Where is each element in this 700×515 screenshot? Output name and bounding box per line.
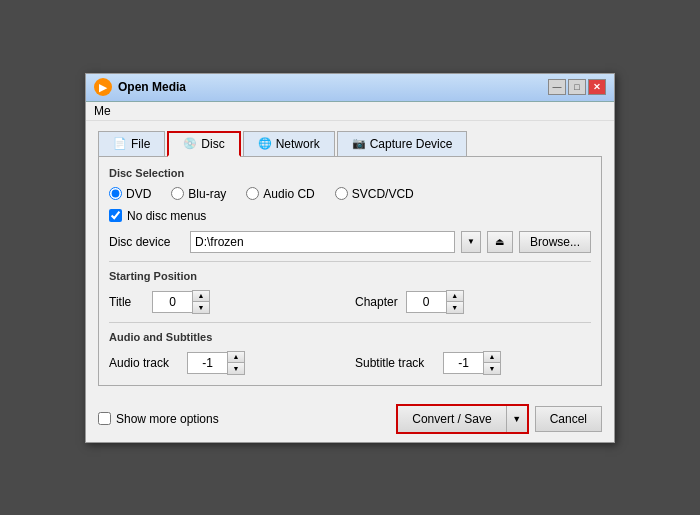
device-label: Disc device (109, 235, 184, 249)
title-spin-up[interactable]: ▲ (193, 291, 209, 302)
bottom-buttons: Convert / Save ▼ Cancel (396, 404, 602, 434)
tab-file[interactable]: 📄 File (98, 131, 165, 156)
audio-track-input[interactable] (187, 352, 227, 374)
tab-capture[interactable]: 📷 Capture Device (337, 131, 468, 156)
subtitle-track-spinner-buttons: ▲ ▼ (483, 351, 501, 375)
subtitle-track-item: Subtitle track ▲ ▼ (355, 351, 591, 375)
audio-track-label: Audio track (109, 356, 179, 370)
dialog-content: 📄 File 💿 Disc 🌐 Network 📷 Capture Device (86, 121, 614, 396)
disc-type-radio-group: DVD Blu-ray Audio CD SVCD/VCD (109, 187, 591, 201)
maximize-button[interactable]: □ (568, 79, 586, 95)
chapter-spinner: ▲ ▼ (406, 290, 464, 314)
convert-save-button[interactable]: Convert / Save (398, 406, 506, 432)
svcd-label: SVCD/VCD (352, 187, 414, 201)
subtitle-track-input[interactable] (443, 352, 483, 374)
title-spinner: ▲ ▼ (152, 290, 210, 314)
audio-spin-up[interactable]: ▲ (228, 352, 244, 363)
starting-position-header: Starting Position (109, 270, 591, 282)
subtitle-spin-down[interactable]: ▼ (484, 363, 500, 374)
svcd-radio[interactable] (335, 187, 348, 200)
title-position-item: Title ▲ ▼ (109, 290, 345, 314)
tab-network-label: Network (276, 137, 320, 151)
dialog-bottom: Show more options Convert / Save ▼ Cance… (86, 396, 614, 442)
device-dropdown-button[interactable]: ▼ (461, 231, 481, 253)
audiocd-radio[interactable] (246, 187, 259, 200)
tab-disc[interactable]: 💿 Disc (167, 131, 240, 157)
tab-network[interactable]: 🌐 Network (243, 131, 335, 156)
title-spinner-buttons: ▲ ▼ (192, 290, 210, 314)
audio-row: Audio track ▲ ▼ Subtitle track (109, 351, 591, 375)
title-spinner-input[interactable] (152, 291, 192, 313)
eject-button[interactable]: ⏏ (487, 231, 513, 253)
chapter-position-item: Chapter ▲ ▼ (355, 290, 591, 314)
audio-spin-down[interactable]: ▼ (228, 363, 244, 374)
dialog-title: Open Media (118, 80, 186, 94)
tab-capture-label: Capture Device (370, 137, 453, 151)
title-spin-down[interactable]: ▼ (193, 302, 209, 313)
bluray-label: Blu-ray (188, 187, 226, 201)
position-row: Title ▲ ▼ Chapter (109, 290, 591, 314)
capture-icon: 📷 (352, 137, 366, 150)
network-icon: 🌐 (258, 137, 272, 150)
show-more-options-checkbox[interactable] (98, 412, 111, 425)
minimize-button[interactable]: — (548, 79, 566, 95)
chapter-spin-up[interactable]: ▲ (447, 291, 463, 302)
tab-file-label: File (131, 137, 150, 151)
browse-button[interactable]: Browse... (519, 231, 591, 253)
file-icon: 📄 (113, 137, 127, 150)
audio-subtitles-header: Audio and Subtitles (109, 331, 591, 343)
audiocd-radio-item[interactable]: Audio CD (246, 187, 314, 201)
show-more-options-label: Show more options (116, 412, 219, 426)
chapter-spinner-buttons: ▲ ▼ (446, 290, 464, 314)
chapter-label: Chapter (355, 295, 398, 309)
tab-bar: 📄 File 💿 Disc 🌐 Network 📷 Capture Device (98, 131, 602, 156)
titlebar-buttons: — □ ✕ (548, 79, 606, 95)
no-disc-menus-checkbox-item[interactable]: No disc menus (109, 209, 591, 223)
device-input[interactable] (190, 231, 455, 253)
subtitle-track-label: Subtitle track (355, 356, 435, 370)
bluray-radio[interactable] (171, 187, 184, 200)
disc-icon: 💿 (183, 137, 197, 150)
dvd-radio-item[interactable]: DVD (109, 187, 151, 201)
audio-track-spinner: ▲ ▼ (187, 351, 245, 375)
dvd-label: DVD (126, 187, 151, 201)
chapter-spinner-input[interactable] (406, 291, 446, 313)
tab-disc-label: Disc (201, 137, 224, 151)
dvd-radio[interactable] (109, 187, 122, 200)
divider-1 (109, 261, 591, 262)
open-media-dialog: ▶ Open Media — □ ✕ Me 📄 File (85, 73, 615, 443)
convert-save-arrow-button[interactable]: ▼ (507, 406, 527, 432)
close-button[interactable]: ✕ (588, 79, 606, 95)
cancel-button[interactable]: Cancel (535, 406, 602, 432)
bluray-radio-item[interactable]: Blu-ray (171, 187, 226, 201)
vlc-logo: ▶ (94, 78, 112, 96)
no-disc-menus-label: No disc menus (127, 209, 206, 223)
title-label: Title (109, 295, 144, 309)
audiocd-label: Audio CD (263, 187, 314, 201)
divider-2 (109, 322, 591, 323)
convert-save-group: Convert / Save ▼ (396, 404, 528, 434)
disc-device-row: Disc device ▼ ⏏ Browse... (109, 231, 591, 253)
disc-selection-header: Disc Selection (109, 167, 591, 179)
subtitle-track-spinner: ▲ ▼ (443, 351, 501, 375)
title-bar: ▶ Open Media — □ ✕ (86, 74, 614, 102)
svcd-radio-item[interactable]: SVCD/VCD (335, 187, 414, 201)
disc-tab-panel: Disc Selection DVD Blu-ray Audio CD (98, 156, 602, 386)
titlebar-left: ▶ Open Media (94, 78, 186, 96)
vlc-background: ▶ Open Media — □ ✕ Me 📄 File (0, 0, 700, 515)
audio-track-spinner-buttons: ▲ ▼ (227, 351, 245, 375)
show-more-options-item[interactable]: Show more options (98, 412, 219, 426)
menu-bar: Me (86, 102, 614, 121)
chapter-spin-down[interactable]: ▼ (447, 302, 463, 313)
subtitle-spin-up[interactable]: ▲ (484, 352, 500, 363)
audio-track-item: Audio track ▲ ▼ (109, 351, 345, 375)
no-disc-menus-checkbox[interactable] (109, 209, 122, 222)
